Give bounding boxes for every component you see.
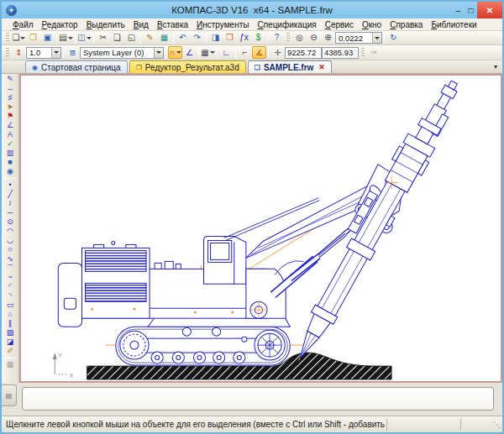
menu-item[interactable]: Спецификация bbox=[253, 20, 320, 29]
tool-insert[interactable]: ◉ bbox=[3, 167, 18, 176]
tab-reduktor-rezultat[interactable]: ❒ Редуктор_Результат.a3d bbox=[129, 60, 246, 73]
tool-dimensions[interactable]: ↔ bbox=[3, 84, 18, 93]
menu-item[interactable]: Выделить bbox=[82, 20, 129, 29]
copy-properties-button[interactable]: ✎ bbox=[143, 32, 157, 44]
tool-segment[interactable]: ╱ bbox=[3, 190, 18, 199]
ole-table-button[interactable]: ▦ bbox=[157, 32, 171, 44]
tab-start-page[interactable]: ◉ Стартовая страница bbox=[25, 60, 128, 73]
menu-item[interactable]: Инструменты bbox=[192, 20, 253, 29]
fx-window-button[interactable]: ƒx bbox=[237, 32, 251, 44]
toolbar-grip[interactable] bbox=[361, 48, 365, 58]
tool-collect-contour[interactable]: ◪ bbox=[3, 337, 18, 347]
tool-parameterization[interactable]: ⚑ bbox=[3, 112, 18, 121]
new-document-button[interactable]: ❏ bbox=[12, 32, 26, 44]
tool-parallel-lines[interactable]: ∥ bbox=[3, 319, 18, 328]
tool-circle[interactable]: ⊙ bbox=[3, 217, 18, 227]
redo-button[interactable]: ↷ bbox=[190, 32, 204, 44]
tab-sample-frw[interactable]: ❏ SAMPLE.frw ✕ bbox=[248, 60, 332, 73]
tool-bezier[interactable]: ⌒ bbox=[3, 264, 18, 273]
title-bar[interactable]: ✦ КОМПАС-3D V16 x64 - SAMPLE.frw – □ ✕ bbox=[2, 2, 502, 18]
tool-fill[interactable]: ✐ bbox=[3, 347, 18, 356]
tab-overflow-icon[interactable]: ▾ bbox=[494, 63, 497, 71]
dropdown-arrow-icon[interactable] bbox=[68, 37, 73, 39]
combo-arrow-icon[interactable] bbox=[51, 48, 60, 58]
snap-magnet-toggle[interactable]: ∩ bbox=[168, 46, 182, 59]
undo-button[interactable]: ↶ bbox=[176, 32, 190, 44]
open-document-button[interactable]: ❐ bbox=[26, 32, 40, 44]
tool-arc-by-points[interactable]: ◡ bbox=[3, 236, 18, 245]
tool-editing[interactable]: ➤ bbox=[3, 102, 18, 112]
zoom-in-button[interactable]: ⊕ bbox=[321, 32, 335, 44]
toolbar-grip[interactable] bbox=[286, 33, 290, 43]
tool-rectangle[interactable]: ▭ bbox=[3, 301, 18, 310]
tool-ellipse[interactable]: ○ bbox=[3, 245, 18, 254]
menu-item[interactable]: Сервис bbox=[321, 20, 358, 29]
cad-drawing[interactable]: Y X bbox=[21, 76, 501, 381]
maximize-button[interactable]: □ bbox=[465, 2, 477, 18]
context-help-button[interactable]: ? bbox=[270, 32, 284, 44]
layer-combo[interactable]: System Layer (0) bbox=[80, 47, 164, 59]
tool-view[interactable]: ■ bbox=[3, 158, 18, 167]
tool-arc[interactable]: ◠ bbox=[3, 227, 18, 236]
tool-polygon[interactable]: ⌂ bbox=[3, 310, 18, 319]
menu-item[interactable]: Файл bbox=[8, 20, 38, 29]
local-cs-button[interactable]: ∟ bbox=[219, 46, 234, 59]
zoom-scale-combo[interactable]: 0.0222 bbox=[335, 32, 382, 44]
tool-geometry[interactable]: ✎ bbox=[3, 75, 18, 84]
print-preview-button[interactable]: ◫ bbox=[77, 32, 92, 44]
tool-fillet[interactable]: ◜ bbox=[3, 282, 18, 291]
cursor-step-combo[interactable]: 1.0 bbox=[26, 47, 61, 59]
combo-arrow-icon[interactable] bbox=[372, 33, 381, 43]
tool-continuous-input[interactable]: ~ bbox=[3, 273, 18, 282]
tool-designations[interactable]: ♯ bbox=[3, 93, 18, 102]
dropdown-arrow-icon[interactable] bbox=[87, 37, 92, 39]
tool-check[interactable]: ✓ bbox=[3, 139, 18, 149]
property-bar-panel[interactable] bbox=[22, 387, 494, 410]
angle-snap-button[interactable]: ∠ bbox=[182, 46, 197, 59]
tool-text[interactable]: A bbox=[3, 130, 18, 139]
tool-hatch[interactable]: ▨ bbox=[3, 328, 18, 337]
toolbar-grip[interactable] bbox=[6, 33, 9, 43]
tool-auxiliary-line[interactable]: ─ bbox=[3, 208, 18, 217]
dropdown-arrow-icon[interactable] bbox=[210, 51, 215, 54]
paste-button[interactable]: ◱ bbox=[124, 32, 139, 44]
dropdown-arrow-icon[interactable] bbox=[176, 51, 181, 54]
property-bar-grip[interactable]: ▤ bbox=[2, 384, 17, 406]
refresh-view-button[interactable]: ↻ bbox=[386, 32, 401, 44]
minimize-button[interactable]: – bbox=[452, 2, 465, 18]
menu-item[interactable]: Вид bbox=[129, 20, 153, 29]
zoom-window-button[interactable]: ◎ bbox=[292, 32, 307, 44]
coordinate-x-field[interactable] bbox=[285, 47, 322, 59]
menu-item[interactable]: Вставка bbox=[153, 20, 192, 29]
ortho-drawing-button[interactable]: ⌐ bbox=[238, 46, 252, 59]
tool-chamfer[interactable]: ◝ bbox=[3, 291, 18, 301]
tab-close-icon[interactable]: ✕ bbox=[318, 63, 325, 71]
combo-arrow-icon[interactable] bbox=[154, 48, 163, 58]
zoom-out-button[interactable]: ⊖ bbox=[307, 32, 321, 44]
tool-point[interactable]: • bbox=[3, 180, 18, 190]
library-manager-button[interactable]: ❒ bbox=[223, 32, 237, 44]
layers-icon[interactable]: ≣ bbox=[66, 46, 80, 59]
coordinate-y-field[interactable] bbox=[322, 47, 359, 59]
drawing-canvas[interactable]: Y X bbox=[19, 74, 502, 383]
resize-grip-icon[interactable]: ⋱ bbox=[491, 421, 502, 429]
tool-measurement[interactable]: ∠ bbox=[3, 121, 18, 130]
print-button[interactable]: ▤ bbox=[59, 32, 73, 44]
variables-button[interactable]: $ bbox=[251, 32, 265, 44]
tool-spline[interactable]: ∿ bbox=[3, 254, 18, 264]
menu-item[interactable]: Библиотеки bbox=[427, 20, 480, 29]
round-values-toggle[interactable]: ∡ bbox=[252, 46, 266, 59]
menu-item[interactable]: Редактор bbox=[38, 20, 82, 29]
tool-specification[interactable]: ▥ bbox=[3, 149, 18, 158]
copy-button[interactable]: ❑ bbox=[110, 32, 124, 44]
close-button[interactable]: ✕ bbox=[477, 2, 502, 18]
save-button[interactable]: ▣ bbox=[40, 32, 55, 44]
menu-item[interactable]: Окно bbox=[358, 20, 386, 29]
document-manager-button[interactable]: ◨ bbox=[208, 32, 223, 44]
grid-toggle[interactable]: ▦ bbox=[201, 46, 215, 59]
tool-polyline[interactable]: ≀ bbox=[3, 199, 18, 208]
menu-item[interactable]: Справка bbox=[386, 20, 427, 29]
dropdown-arrow-icon[interactable] bbox=[20, 37, 25, 39]
cut-button[interactable]: ✂ bbox=[96, 32, 110, 44]
toolbar-grip[interactable] bbox=[6, 48, 9, 58]
